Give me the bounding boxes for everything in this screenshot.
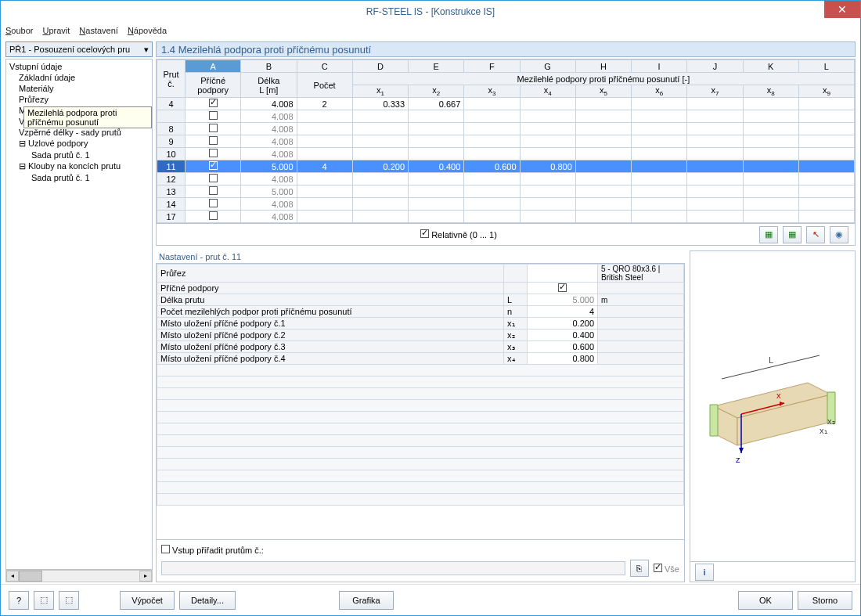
detail-row[interactable]: Místo uložení příčné podpory č.3x₃0.600 <box>157 341 684 353</box>
table-row[interactable]: 44.00820.3330.667 <box>157 98 855 110</box>
table-row[interactable]: 124.008 <box>157 173 855 186</box>
tree-root[interactable]: Vstupní údaje <box>6 61 152 72</box>
assign-checkbox[interactable]: Vstup přiřadit prutům č.: <box>161 546 264 555</box>
menubar: Soubor Upravit Nastavení Nápověda <box>1 23 860 38</box>
table-row[interactable]: 84.008 <box>157 123 855 135</box>
prev-button[interactable]: ⬚ <box>34 591 54 610</box>
svg-marker-11 <box>739 448 744 453</box>
svg-text:x₂: x₂ <box>827 416 835 426</box>
section-diagram: L x z x₁ x₂ <box>698 336 847 477</box>
case-combo[interactable]: PŘ1 - Posouzení ocelových pru ▾ <box>5 41 153 57</box>
detail-grid[interactable]: Průřez5 - QRO 80x3.6 | British SteelPříč… <box>156 263 685 540</box>
svg-text:x: x <box>776 391 781 400</box>
table-row[interactable]: 94.008 <box>157 135 855 148</box>
app-window: RF-STEEL IS - [Konstrukce IS] ✕ Soubor U… <box>0 0 861 616</box>
assign-input[interactable] <box>161 561 625 575</box>
footer: ? ⬚ ⬚ Výpočet Detaily... Grafika OK Stor… <box>1 584 860 615</box>
grid-toolbar: Relativně (0 ... 1) ▦ ▦ ↖ ◉ <box>156 224 856 246</box>
vypocet-button[interactable]: Výpočet <box>120 591 175 610</box>
tree-item-prurezy[interactable]: Průřezy <box>6 94 152 105</box>
info-button[interactable]: i <box>695 564 714 581</box>
menu-napoveda[interactable]: Nápověda <box>128 26 167 35</box>
table-row[interactable]: 135.000 <box>157 186 855 198</box>
tree-item-sada2[interactable]: Sada prutů č. 1 <box>6 172 152 183</box>
close-button[interactable]: ✕ <box>824 1 860 18</box>
tree-item-zakladni[interactable]: Základní údaje <box>6 72 152 83</box>
tree-item-klouby[interactable]: ⊟ Klouby na koncích prutu <box>6 160 152 172</box>
table-row[interactable]: 104.008 <box>157 148 855 160</box>
table-row[interactable]: 144.008 <box>157 198 855 211</box>
main-grid[interactable]: Prutč.ABCDEFGHIJKLPříčnépodporyDélkaL [m… <box>156 59 856 224</box>
svg-text:L: L <box>769 355 773 365</box>
menu-upravit[interactable]: Upravit <box>42 26 70 35</box>
scroll-right-icon[interactable]: ▸ <box>139 571 152 582</box>
relativne-checkbox[interactable]: Relativně (0 ... 1) <box>420 230 497 240</box>
preview-toolbar: i <box>690 562 856 582</box>
detail-panel: Nastavení - prut č. 11 Průřez5 - QRO 80x… <box>156 250 685 582</box>
table-row[interactable]: 174.008 <box>157 211 855 223</box>
tree-item-sada1[interactable]: Sada prutů č. 1 <box>6 149 152 160</box>
titlebar: RF-STEEL IS - [Konstrukce IS] ✕ <box>1 1 860 23</box>
scroll-left-icon[interactable]: ◂ <box>6 571 19 582</box>
tree-item-uzlove[interactable]: ⊟ Uzlové podpory <box>6 138 152 149</box>
tree-hscroll[interactable]: ◂ ▸ <box>5 570 153 582</box>
section-title: 1.4 Mezilehlá podpora proti příčnému pos… <box>156 41 856 57</box>
svg-text:z: z <box>736 455 740 464</box>
vse-checkbox[interactable]: Vše <box>654 564 679 574</box>
detail-row: Nastavení - prut č. 11 Průřez5 - QRO 80x… <box>156 250 856 582</box>
detail-row[interactable]: Místo uložení příčné podpory č.4x₄0.800 <box>157 353 684 365</box>
combo-text: PŘ1 - Posouzení ocelových pru <box>9 45 130 54</box>
assign-pick-button[interactable]: ⎘ <box>630 560 649 577</box>
window-title: RF-STEEL IS - [Konstrukce IS] <box>1 6 860 17</box>
excel-import-button[interactable]: ▦ <box>783 226 802 243</box>
table-row[interactable]: 4.008 <box>157 110 855 123</box>
storno-button[interactable]: Storno <box>798 591 852 610</box>
tree-tooltip: Mezilehlá podpora proti příčnému posunut… <box>23 106 152 128</box>
table-row[interactable]: 115.00040.2000.4000.6000.800 <box>157 160 855 173</box>
excel-export-button[interactable]: ▦ <box>759 226 778 243</box>
content: PŘ1 - Posouzení ocelových pru ▾ Vstupní … <box>1 38 860 584</box>
tree-item-vzperne-sady[interactable]: Vzpěrné délky - sady prutů <box>6 127 152 138</box>
assign-panel: Vstup přiřadit prutům č.: ⎘ Vše <box>156 540 685 582</box>
scroll-thumb[interactable] <box>19 571 42 582</box>
nav-tree[interactable]: Vstupní údaje Základní údaje Materiály P… <box>5 59 153 570</box>
detail-row[interactable]: Počet mezilehlých podpor proti příčnému … <box>157 306 684 318</box>
svg-text:x₁: x₁ <box>820 426 827 435</box>
grafika-button[interactable]: Grafika <box>339 591 394 610</box>
detail-row[interactable]: Průřez5 - QRO 80x3.6 | British Steel <box>157 265 684 283</box>
detail-row[interactable]: Délka prutuL5.000m <box>157 294 684 306</box>
preview-panel: L x z x₁ x₂ i <box>690 250 856 582</box>
tree-item-materialy[interactable]: Materiály <box>6 83 152 94</box>
detail-title: Nastavení - prut č. 11 <box>156 250 685 263</box>
right-pane: 1.4 Mezilehlá podpora proti příčnému pos… <box>156 41 856 582</box>
svg-marker-3 <box>710 405 718 436</box>
menu-soubor[interactable]: Soubor <box>5 26 33 35</box>
left-pane: PŘ1 - Posouzení ocelových pru ▾ Vstupní … <box>5 41 153 582</box>
preview-box: L x z x₁ x₂ <box>690 250 856 562</box>
next-button[interactable]: ⬚ <box>59 591 79 610</box>
chevron-down-icon: ▾ <box>144 45 149 55</box>
detail-row[interactable]: Místo uložení příčné podpory č.1x₁0.200 <box>157 318 684 330</box>
detail-row[interactable]: Příčné podpory <box>157 283 684 294</box>
detail-row[interactable]: Místo uložení příčné podpory č.2x₂0.400 <box>157 330 684 341</box>
detaily-button[interactable]: Detaily... <box>179 591 236 610</box>
view-button[interactable]: ◉ <box>830 226 848 243</box>
help-button[interactable]: ? <box>9 591 29 610</box>
menu-nastaveni[interactable]: Nastavení <box>79 26 118 35</box>
pick-button[interactable]: ↖ <box>806 226 825 243</box>
ok-button[interactable]: OK <box>738 591 793 610</box>
